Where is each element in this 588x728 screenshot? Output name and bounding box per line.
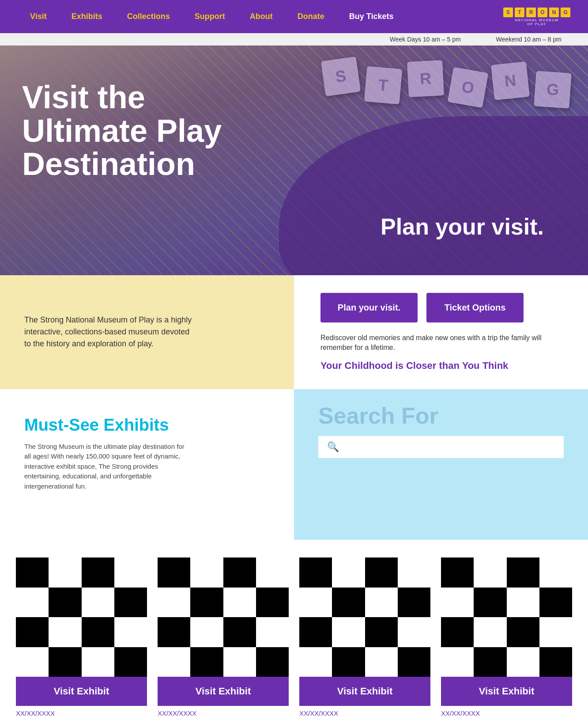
nav-links: Visit Exhibits Collections Support About…: [18, 12, 503, 21]
logo-letter-r: R: [526, 8, 536, 17]
block-o: O: [448, 67, 489, 108]
weekend-hours: Weekend 10 am – 8 pm: [496, 36, 562, 43]
visit-exhibit-btn-3[interactable]: Visit Exhibit: [299, 677, 430, 706]
logo-letter-n: N: [549, 8, 559, 17]
hero-plan-text: Plan your visit.: [381, 213, 544, 240]
nav-collections[interactable]: Collections: [115, 12, 182, 21]
logo-letter-s: S: [503, 8, 513, 17]
childhood-tagline: Your Childhood is Closer than You Think: [320, 360, 562, 372]
nav-exhibits[interactable]: Exhibits: [59, 12, 115, 21]
block-g: G: [534, 71, 571, 108]
weekday-hours: Week Days 10 am – 5 pm: [390, 36, 461, 43]
search-icon: 🔍: [327, 441, 339, 453]
exhibit-card-2: Visit Exhibit XX/XX/XXXX: [158, 557, 289, 719]
exhibit-card-4: Visit Exhibit XX/XX/XXXX: [441, 557, 572, 719]
below-hero-section: The Strong National Museum of Play is a …: [0, 275, 588, 389]
exhibits-description: The Strong Museum is the ultimate play d…: [24, 442, 192, 492]
floating-blocks: S T R O N G: [323, 59, 570, 107]
museum-description: The Strong National Museum of Play is a …: [24, 314, 192, 350]
exhibit-card-3: Visit Exhibit XX/XX/XXXX: [299, 557, 430, 719]
exhibit-image-3: [299, 557, 430, 677]
nav-about[interactable]: About: [237, 12, 285, 21]
exhibit-date-1: XX/XX/XXXX: [16, 706, 147, 719]
site-logo: S T R O N G NATIONAL MUSEUMOF PLAY: [503, 8, 570, 26]
below-hero-right: Plan your visit. Ticket Options Rediscov…: [294, 275, 588, 389]
nav-visit[interactable]: Visit: [18, 12, 59, 21]
exhibit-image-4: [441, 557, 572, 677]
cta-buttons: Plan your visit. Ticket Options: [320, 293, 562, 322]
exhibit-card-1: Visit Exhibit XX/XX/XXXX: [16, 557, 147, 719]
exhibits-title: Must-See Exhibits: [24, 416, 270, 435]
hours-bar: Week Days 10 am – 5 pm Weekend 10 am – 8…: [0, 33, 588, 46]
cta-subtitle: Rediscover old memories and make new one…: [320, 333, 562, 353]
exhibit-cards-grid: Visit Exhibit XX/XX/XXXX Visit Exhibit X…: [16, 557, 572, 719]
block-n: N: [491, 61, 530, 100]
mid-section: Must-See Exhibits The Strong Museum is t…: [0, 389, 588, 540]
search-input[interactable]: [343, 442, 555, 451]
visit-exhibit-btn-2[interactable]: Visit Exhibit: [158, 677, 289, 706]
hero-section: S T R O N G Visit the Ultimate Play Dest…: [0, 46, 588, 275]
exhibit-date-4: XX/XX/XXXX: [441, 706, 572, 719]
logo-letter-o: O: [538, 8, 547, 17]
exhibit-date-3: XX/XX/XXXX: [299, 706, 430, 719]
nav-buy-tickets[interactable]: Buy Tickets: [337, 12, 406, 21]
exhibit-cards-section: Visit Exhibit XX/XX/XXXX Visit Exhibit X…: [0, 540, 588, 728]
main-nav: Visit Exhibits Collections Support About…: [0, 0, 588, 33]
plan-visit-button[interactable]: Plan your visit.: [320, 293, 418, 322]
search-heading: Search For: [318, 402, 564, 429]
hero-title: Visit the Ultimate Play Destination: [22, 81, 260, 181]
block-s: S: [321, 57, 361, 96]
below-hero-left: The Strong National Museum of Play is a …: [0, 275, 294, 389]
search-panel: Search For 🔍: [294, 389, 588, 540]
block-r: R: [407, 60, 444, 97]
block-t: T: [364, 66, 403, 105]
exhibit-image-1: [16, 557, 147, 677]
logo-letter-t: T: [515, 8, 524, 17]
logo-text: NATIONAL MUSEUMOF PLAY: [515, 18, 558, 26]
logo-letter-g: G: [561, 8, 570, 17]
exhibit-date-2: XX/XX/XXXX: [158, 706, 289, 719]
visit-exhibit-btn-1[interactable]: Visit Exhibit: [16, 677, 147, 706]
logo-letters: S T R O N G: [503, 8, 570, 17]
nav-support[interactable]: Support: [182, 12, 237, 21]
search-bar-container: 🔍: [318, 436, 564, 458]
exhibit-image-2: [158, 557, 289, 677]
ticket-options-button[interactable]: Ticket Options: [426, 293, 524, 322]
nav-donate[interactable]: Donate: [285, 12, 337, 21]
exhibits-left-panel: Must-See Exhibits The Strong Museum is t…: [0, 389, 294, 540]
visit-exhibit-btn-4[interactable]: Visit Exhibit: [441, 677, 572, 706]
